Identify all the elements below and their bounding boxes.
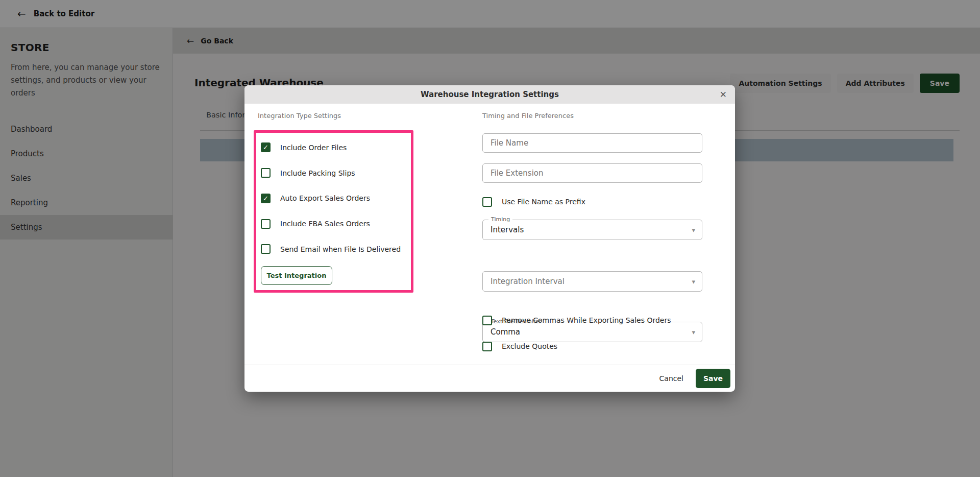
warehouse-integration-settings-dialog: Warehouse Integration Settings ✕ Integra… (244, 85, 735, 392)
integration-type-settings-label: Integration Type Settings (258, 112, 341, 120)
modal-save-button[interactable]: Save (696, 369, 730, 388)
checkbox-auto-export-sales-orders[interactable]: ✓ Auto Export Sales Orders (261, 186, 411, 211)
timing-file-preferences-label: Timing and File Preferences (482, 112, 574, 120)
timing-select-label: Timing (488, 216, 512, 223)
chevron-down-icon: ▾ (692, 328, 695, 336)
checkbox-label: Include Order Files (280, 144, 347, 152)
test-integration-button[interactable]: Test Integration (261, 266, 332, 285)
chevron-down-icon: ▾ (692, 278, 695, 285)
cancel-button[interactable]: Cancel (651, 370, 692, 387)
timing-select-value: Intervals (491, 225, 524, 234)
checkbox-label: Use File Name as Prefix (502, 198, 585, 206)
checkbox-label: Exclude Quotes (502, 342, 557, 350)
checkbox-label: Remove Commas While Exporting Sales Orde… (502, 316, 671, 324)
integration-interval-select[interactable]: Integration Interval ▾ (482, 271, 702, 292)
checkbox-use-file-name-as-prefix[interactable]: ✓ Use File Name as Prefix (482, 196, 702, 208)
checkbox-box[interactable]: ✓ (482, 316, 492, 325)
modal-header: Warehouse Integration Settings ✕ (244, 85, 735, 104)
close-icon[interactable]: ✕ (720, 89, 727, 100)
text-file-delimiter-value: Comma (491, 327, 520, 337)
checkbox-box[interactable]: ✓ (482, 342, 492, 351)
checkbox-box[interactable]: ✓ (261, 194, 271, 203)
chevron-down-icon: ▾ (692, 226, 695, 234)
checkbox-include-packing-slips[interactable]: ✓ Include Packing Slips (261, 160, 411, 186)
checkbox-box[interactable]: ✓ (261, 219, 271, 229)
checkbox-include-fba-sales-orders[interactable]: ✓ Include FBA Sales Orders (261, 211, 411, 236)
checkbox-label: Include Packing Slips (280, 169, 355, 177)
integration-type-highlight-box: ✓ Include Order Files ✓ Include Packing … (254, 130, 413, 293)
timing-select[interactable]: Timing Intervals ▾ (482, 220, 702, 240)
integration-interval-placeholder: Integration Interval (491, 277, 565, 286)
modal-title: Warehouse Integration Settings (421, 90, 559, 99)
checkbox-box[interactable]: ✓ (482, 197, 492, 207)
checkbox-box[interactable]: ✓ (261, 168, 271, 178)
checkbox-remove-commas[interactable]: ✓ Remove Commas While Exporting Sales Or… (482, 314, 702, 326)
checkmark-icon: ✓ (263, 144, 268, 151)
checkbox-include-order-files[interactable]: ✓ Include Order Files (261, 135, 411, 160)
checkbox-box[interactable]: ✓ (261, 244, 271, 254)
checkbox-label: Auto Export Sales Orders (280, 194, 370, 202)
checkbox-send-email-when-file-delivered[interactable]: ✓ Send Email when File Is Delivered (261, 236, 411, 262)
checkbox-label: Include FBA Sales Orders (280, 220, 370, 228)
modal-body: Integration Type Settings ✓ Include Orde… (244, 104, 735, 365)
checkmark-icon: ✓ (263, 195, 268, 202)
checkbox-label: Send Email when File Is Delivered (280, 245, 401, 253)
modal-footer: Cancel Save (244, 365, 735, 392)
checkbox-box[interactable]: ✓ (261, 142, 271, 152)
file-name-input[interactable] (482, 133, 702, 153)
file-extension-input[interactable] (482, 163, 702, 183)
checkbox-exclude-quotes[interactable]: ✓ Exclude Quotes (482, 340, 702, 352)
